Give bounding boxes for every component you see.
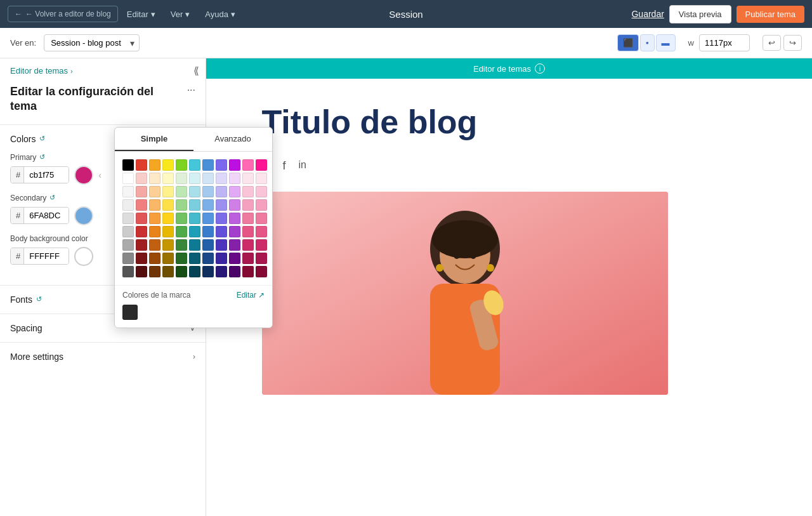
color-swatch[interactable]: [162, 253, 174, 264]
color-swatch[interactable]: [162, 226, 174, 237]
primary-refresh-icon[interactable]: ↺: [39, 153, 45, 161]
color-swatch[interactable]: [216, 266, 227, 277]
color-swatch[interactable]: [202, 173, 214, 184]
color-swatch[interactable]: [136, 266, 147, 277]
color-swatch[interactable]: [136, 173, 147, 184]
color-swatch[interactable]: [216, 199, 227, 211]
color-swatch[interactable]: [242, 239, 254, 251]
simple-tab[interactable]: Simple: [115, 128, 193, 151]
more-settings-header[interactable]: More settings ›: [0, 343, 206, 371]
color-swatch[interactable]: [176, 159, 187, 171]
color-swatch[interactable]: [229, 253, 240, 264]
secondary-color-swatch[interactable]: [74, 206, 93, 225]
ver-en-select[interactable]: Session - blog post: [44, 34, 140, 51]
editar-menu[interactable]: Editar ▾: [121, 6, 162, 22]
color-swatch[interactable]: [176, 213, 187, 224]
color-swatch[interactable]: [229, 213, 240, 224]
color-swatch[interactable]: [256, 199, 267, 211]
color-swatch[interactable]: [242, 213, 254, 224]
color-swatch[interactable]: [149, 159, 160, 171]
color-swatch[interactable]: [216, 213, 227, 224]
color-swatch[interactable]: [136, 159, 147, 171]
color-swatch[interactable]: [229, 266, 240, 277]
collapse-sidebar-button[interactable]: ⟪: [193, 65, 199, 77]
color-swatch[interactable]: [229, 226, 240, 237]
color-swatch[interactable]: [229, 186, 240, 197]
color-swatch[interactable]: [202, 239, 214, 251]
color-swatch[interactable]: [162, 159, 174, 171]
color-swatch[interactable]: [242, 186, 254, 197]
color-swatch[interactable]: [176, 266, 187, 277]
color-swatch[interactable]: [162, 213, 174, 224]
color-swatch[interactable]: [189, 173, 200, 184]
width-input[interactable]: [699, 34, 750, 51]
color-swatch[interactable]: [122, 173, 134, 184]
color-swatch[interactable]: [176, 226, 187, 237]
color-swatch[interactable]: [229, 173, 240, 184]
color-swatch[interactable]: [136, 199, 147, 211]
color-swatch[interactable]: [202, 226, 214, 237]
color-swatch[interactable]: [162, 173, 174, 184]
ver-menu[interactable]: Ver ▾: [164, 6, 197, 22]
color-swatch[interactable]: [189, 159, 200, 171]
color-swatch[interactable]: [176, 173, 187, 184]
color-swatch[interactable]: [256, 266, 267, 277]
color-swatch[interactable]: [149, 186, 160, 197]
color-swatch[interactable]: [122, 199, 134, 211]
color-swatch[interactable]: [216, 173, 227, 184]
color-swatch[interactable]: [122, 239, 134, 251]
fonts-refresh-icon[interactable]: ↺: [36, 295, 42, 303]
color-swatch[interactable]: [229, 159, 240, 171]
color-swatch[interactable]: [229, 199, 240, 211]
color-swatch[interactable]: [149, 213, 160, 224]
color-swatch[interactable]: [216, 159, 227, 171]
color-swatch[interactable]: [242, 253, 254, 264]
publicar-button[interactable]: Publicar tema: [737, 6, 804, 23]
brand-color-swatch[interactable]: [122, 305, 138, 320]
color-swatch[interactable]: [162, 199, 174, 211]
color-swatch[interactable]: [122, 159, 134, 171]
color-swatch[interactable]: [216, 186, 227, 197]
color-swatch[interactable]: [202, 213, 214, 224]
back-button[interactable]: ← ← Volver a editor de blog: [8, 6, 118, 22]
more-options-button[interactable]: ···: [187, 84, 195, 96]
device-tablet-button[interactable]: ▪: [640, 34, 655, 51]
color-swatch[interactable]: [229, 239, 240, 251]
editar-link[interactable]: Editar ↗: [237, 291, 265, 300]
color-swatch[interactable]: [122, 226, 134, 237]
color-swatch[interactable]: [149, 239, 160, 251]
color-swatch[interactable]: [136, 253, 147, 264]
color-swatch[interactable]: [149, 226, 160, 237]
primary-color-swatch[interactable]: [74, 166, 93, 185]
refresh-icon[interactable]: ↺: [39, 135, 45, 143]
color-swatch[interactable]: [256, 186, 267, 197]
color-swatch[interactable]: [202, 159, 214, 171]
body-bg-color-swatch[interactable]: [74, 247, 93, 266]
undo-button[interactable]: ↩: [763, 35, 781, 51]
color-swatch[interactable]: [136, 213, 147, 224]
color-swatch[interactable]: [256, 159, 267, 171]
facebook-icon[interactable]: f: [283, 159, 286, 173]
secondary-refresh-icon[interactable]: ↺: [49, 194, 55, 202]
ayuda-menu[interactable]: Ayuda ▾: [199, 6, 242, 22]
color-swatch[interactable]: [242, 199, 254, 211]
color-swatch[interactable]: [149, 173, 160, 184]
ver-en-wrapper[interactable]: Session - blog post: [44, 34, 140, 51]
linkedin-icon[interactable]: in: [299, 159, 306, 173]
color-swatch[interactable]: [202, 186, 214, 197]
color-swatch[interactable]: [216, 239, 227, 251]
color-swatch[interactable]: [176, 253, 187, 264]
color-swatch[interactable]: [176, 199, 187, 211]
device-mobile-button[interactable]: ▬: [656, 34, 676, 51]
vista-previa-button[interactable]: Vista previa: [669, 5, 731, 23]
color-swatch[interactable]: [136, 226, 147, 237]
color-swatch[interactable]: [256, 253, 267, 264]
color-swatch[interactable]: [149, 253, 160, 264]
color-swatch[interactable]: [136, 186, 147, 197]
color-swatch[interactable]: [122, 186, 134, 197]
color-swatch[interactable]: [256, 173, 267, 184]
color-swatch[interactable]: [256, 213, 267, 224]
color-swatch[interactable]: [136, 239, 147, 251]
color-swatch[interactable]: [256, 239, 267, 251]
breadcrumb[interactable]: Editor de temas ›: [0, 58, 206, 79]
